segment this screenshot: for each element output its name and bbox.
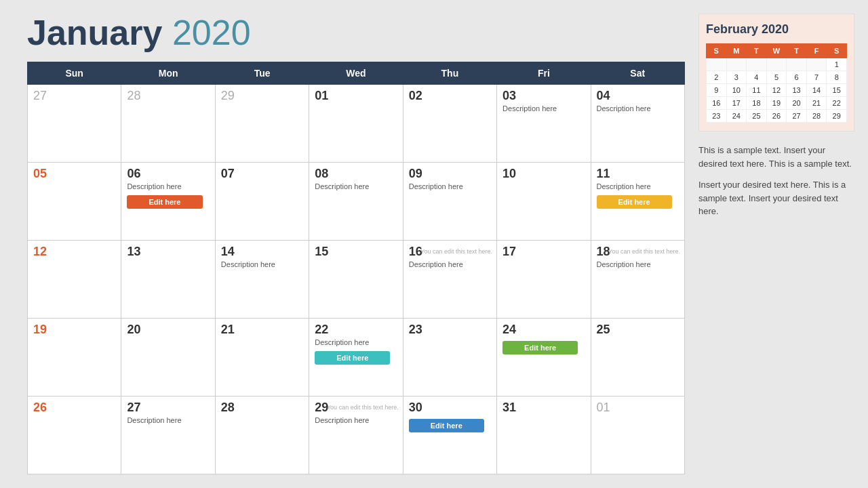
calendar-day: 10 <box>497 163 591 241</box>
mini-cal-header: F <box>806 44 827 58</box>
mini-calendar-box: February 2020 SMTWTFS1234567891011121314… <box>698 14 854 131</box>
mini-cal-day: 1 <box>827 58 847 71</box>
day-number: 04 <box>597 89 680 103</box>
day-description: Description here <box>315 182 398 190</box>
edit-button[interactable]: Edit here <box>315 351 390 365</box>
calendar-day: 02 <box>403 85 496 163</box>
calendar-day: 04Description here <box>591 85 684 163</box>
edit-button[interactable]: Edit here <box>597 195 672 209</box>
mini-cal-header: S <box>827 44 847 58</box>
mini-cal-day: 2 <box>707 71 727 84</box>
mini-cal-day: 17 <box>726 97 747 110</box>
day-header-mon: Mon <box>121 62 215 85</box>
day-description: Description here <box>597 182 680 190</box>
mini-cal-day: 3 <box>726 71 747 84</box>
calendar-day: 24Edit here <box>497 319 591 396</box>
mini-cal-header: W <box>766 44 787 58</box>
calendar-day: 06Description hereEdit here <box>121 163 215 241</box>
mini-cal-day: 11 <box>747 84 767 97</box>
day-number: 21 <box>221 323 304 337</box>
day-number: 23 <box>409 323 492 337</box>
day-number: 15 <box>315 245 398 259</box>
calendar-day: 29 <box>215 85 309 163</box>
mini-cal-day: 20 <box>787 97 807 110</box>
mini-calendar: SMTWTFS123456789101112131415161718192021… <box>706 43 847 123</box>
calendar-day: 16You can edit this text here.Descriptio… <box>403 241 496 319</box>
calendar-day: 14Description here <box>215 241 309 319</box>
day-description: Description here <box>409 260 492 268</box>
day-number: 02 <box>409 89 492 103</box>
edit-button[interactable]: Edit here <box>502 341 578 354</box>
calendar-day: 03Description here <box>497 85 591 163</box>
calendar-day: 17 <box>497 241 591 319</box>
day-header-sat: Sat <box>591 62 684 85</box>
calendar-day: 22Description hereEdit here <box>309 319 403 396</box>
day-description: Description here <box>127 416 210 424</box>
edit-button[interactable]: Edit here <box>409 419 484 432</box>
calendar-day: 23 <box>403 319 496 396</box>
calendar-day: 28 <box>121 85 215 163</box>
title-year: 2020 <box>172 13 251 52</box>
day-header-sun: Sun <box>28 62 121 85</box>
calendar-week-4: 2627Description here2829You can edit thi… <box>28 396 685 474</box>
mini-cal-day: 24 <box>726 110 747 123</box>
day-number: 26 <box>33 401 117 415</box>
sidebar-text-1: This is a sample text. Insert your desir… <box>698 144 854 170</box>
calendar-day: 13 <box>121 241 215 319</box>
day-number: 12 <box>33 245 117 259</box>
mini-cal-header: M <box>726 44 747 58</box>
edit-hint: You can edit this text here. <box>327 404 399 411</box>
mini-cal-day: 19 <box>766 97 787 110</box>
day-number: 08 <box>315 167 398 181</box>
mini-cal-day: 29 <box>827 110 847 123</box>
sidebar: February 2020 SMTWTFS1234567891011121314… <box>698 14 854 474</box>
mini-cal-day: 26 <box>766 110 787 123</box>
day-number: 22 <box>315 323 398 337</box>
mini-cal-header: T <box>787 44 807 58</box>
mini-cal-day: 10 <box>726 84 747 97</box>
calendar-week-2: 121314Description here1516You can edit t… <box>28 241 685 319</box>
mini-cal-day <box>766 58 787 71</box>
day-header-wed: Wed <box>309 62 403 85</box>
day-number: 17 <box>502 245 586 259</box>
day-number: 29 <box>221 89 304 103</box>
day-description: Description here <box>597 104 680 113</box>
calendar-day: 27Description here <box>121 396 215 474</box>
calendar-day: 11Description hereEdit here <box>591 163 684 241</box>
day-number: 28 <box>127 89 210 103</box>
mini-cal-day: 27 <box>787 110 807 123</box>
day-number: 27 <box>127 401 210 415</box>
calendar-day: 18You can edit this text here.Descriptio… <box>591 241 684 319</box>
sidebar-text-2: Insert your desired text here. This is a… <box>698 178 854 218</box>
calendar-day: 01 <box>591 396 684 474</box>
day-number: 05 <box>33 167 117 181</box>
day-number: 01 <box>315 89 398 103</box>
mini-cal-header: T <box>747 44 767 58</box>
mini-cal-day <box>747 58 767 71</box>
day-number: 27 <box>33 89 117 103</box>
day-number: 24 <box>502 323 586 337</box>
mini-cal-day <box>787 58 807 71</box>
mini-cal-day: 7 <box>806 71 827 84</box>
mini-cal-day: 14 <box>806 84 827 97</box>
day-description: Description here <box>597 260 680 268</box>
main-section: January 2020 SunMonTueWedThuFriSat 27282… <box>27 14 685 474</box>
mini-cal-day: 5 <box>766 71 787 84</box>
calendar-day: 05 <box>28 163 121 241</box>
day-number: 07 <box>221 167 304 181</box>
mini-cal-day: 8 <box>827 71 847 84</box>
day-description: Description here <box>409 182 492 190</box>
calendar-day: 21 <box>215 319 309 396</box>
day-description: Description here <box>315 338 398 346</box>
calendar-day: 08Description here <box>309 163 403 241</box>
mini-cal-day: 4 <box>747 71 767 84</box>
calendar-day: 20 <box>121 319 215 396</box>
day-number: 10 <box>502 167 586 181</box>
mini-cal-day <box>726 58 747 71</box>
calendar-day: 31 <box>497 396 591 474</box>
edit-hint: You can edit this text here. <box>608 248 680 256</box>
calendar-day: 28 <box>215 396 309 474</box>
day-number: 30 <box>409 401 492 415</box>
edit-button[interactable]: Edit here <box>127 195 202 209</box>
mini-cal-day: 9 <box>707 84 727 97</box>
